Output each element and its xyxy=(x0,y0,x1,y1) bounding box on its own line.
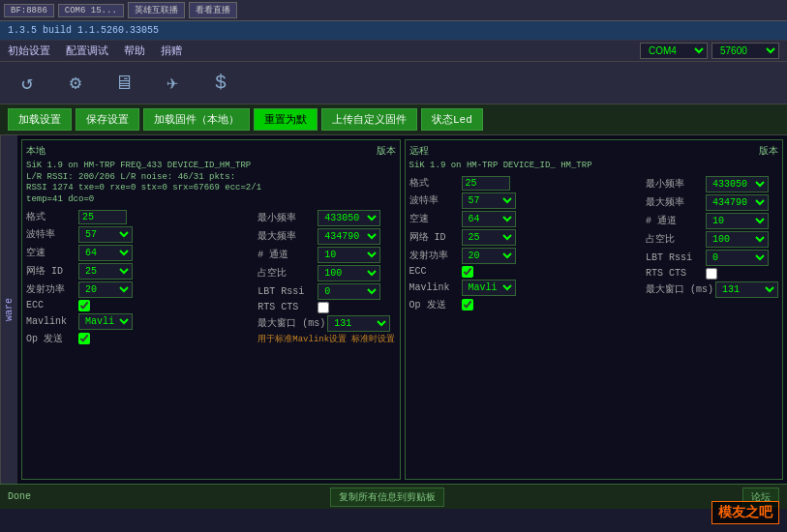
local-channels-select[interactable]: 10 xyxy=(318,247,380,263)
remote-channels-select[interactable]: 10 xyxy=(706,213,769,229)
local-airspeed-label: 空速 xyxy=(26,246,76,259)
local-maxwin-label: 最大窗口 (ms) xyxy=(257,316,325,330)
remote-maxwin-label: 最大窗口 (ms) xyxy=(646,282,713,296)
remote-dutycycle-label: 占空比 xyxy=(646,232,704,246)
remote-dutycycle-select[interactable]: 100 xyxy=(706,231,769,248)
remote-opresend-label: Op 发送 xyxy=(409,298,460,311)
menu-donate[interactable]: 捐赠 xyxy=(161,44,182,58)
menubar: 初始设置 配置调试 帮助 捐赠 COM4 57600 xyxy=(0,41,787,62)
local-txpower-select[interactable]: 20 xyxy=(78,281,133,298)
remote-info-line1: SiK 1.9 on HM-TRP DEVICE_ID_ HM_TRP xyxy=(409,161,779,172)
local-panel: 本地 版本 SiK 1.9 on HM-TRP FREQ_433 DEVICE_… xyxy=(21,139,401,480)
local-minfreq-select[interactable]: 433050 xyxy=(318,210,380,226)
local-info-line3: RSSI 1274 txe=0 rxe=0 stx=0 srx=67669 ec… xyxy=(26,183,396,194)
remote-txpower-select[interactable]: 20 xyxy=(462,248,516,264)
local-title: 本地 xyxy=(26,144,45,158)
local-airspeed-select[interactable]: 64 xyxy=(78,245,133,261)
watermark-text: 模友之吧 xyxy=(718,505,772,520)
local-mode-label: 格式 xyxy=(26,210,76,223)
remote-opresend-checkbox[interactable] xyxy=(462,299,473,310)
local-rtscts-label: RTS CTS xyxy=(257,302,316,312)
local-subtitle: 版本 xyxy=(377,144,396,158)
remote-txpower-label: 发射功率 xyxy=(409,249,460,262)
local-dutycycle-select[interactable]: 100 xyxy=(318,265,380,281)
taskbar-item-hero[interactable]: 英雄互联播 xyxy=(128,2,185,18)
reset-icon[interactable]: ↺ xyxy=(12,68,43,99)
local-txpower-label: 发射功率 xyxy=(26,282,76,296)
config-panel: 本地 版本 SiK 1.9 on HM-TRP FREQ_433 DEVICE_… xyxy=(17,135,787,484)
remote-rtscts-checkbox[interactable] xyxy=(706,268,717,280)
local-netid-select[interactable]: 25 xyxy=(78,263,133,280)
local-mavlink-select[interactable]: Mavlink xyxy=(78,313,133,330)
reset-default-button[interactable]: 重置为默 xyxy=(254,108,318,131)
remote-baud-select[interactable]: 57 xyxy=(462,192,516,209)
local-mode-input[interactable] xyxy=(78,210,127,224)
local-info-line2: L/R RSSI: 200/206 L/R noise: 46/31 pkts: xyxy=(26,172,396,184)
remote-maxfreq-label: 最大频率 xyxy=(646,195,704,209)
menu-initial-setup[interactable]: 初始设置 xyxy=(8,44,50,58)
remote-rtscts-label: RTS CTS xyxy=(646,268,704,279)
currency-icon[interactable]: $ xyxy=(205,68,236,99)
settings-icon[interactable]: ⚙ xyxy=(60,68,91,99)
local-maxfreq-label: 最大频率 xyxy=(257,229,316,243)
remote-ecc-label: ECC xyxy=(409,266,460,277)
remote-lbt-select[interactable]: 0 xyxy=(706,250,769,266)
copy-info-button[interactable]: 复制所有信息到剪贴板 xyxy=(330,488,444,507)
remote-netid-label: 网络 ID xyxy=(409,230,460,244)
local-channels-label: # 通道 xyxy=(257,248,316,261)
remote-maxfreq-select[interactable]: 434790 xyxy=(706,194,769,211)
local-info-line1: SiK 1.9 on HM-TRP FREQ_433 DEVICE_ID_HM_… xyxy=(26,161,396,172)
remote-airspeed-select[interactable]: 64 xyxy=(462,211,516,227)
local-opresend-checkbox[interactable] xyxy=(78,333,90,344)
local-minfreq-label: 最小频率 xyxy=(257,211,316,224)
local-opresend-label: Op 发送 xyxy=(26,332,76,345)
local-ecc-label: ECC xyxy=(26,300,76,310)
remote-netid-select[interactable]: 25 xyxy=(462,229,516,246)
status-bar: Done 复制所有信息到剪贴板 论坛 xyxy=(0,484,787,509)
remote-subtitle: 版本 xyxy=(759,144,778,158)
menu-config-debug[interactable]: 配置调试 xyxy=(66,44,108,58)
remote-channels-label: # 通道 xyxy=(646,214,704,227)
remote-ecc-checkbox[interactable] xyxy=(462,266,473,278)
remote-minfreq-label: 最小频率 xyxy=(646,177,704,191)
menu-help[interactable]: 帮助 xyxy=(124,44,145,58)
local-baud-label: 波特率 xyxy=(26,227,76,241)
main-content: ware 本地 版本 SiK 1.9 on HM-TRP FREQ_433 DE… xyxy=(0,135,787,484)
titlebar: 1.3.5 build 1.1.5260.33055 xyxy=(0,21,787,41)
remote-title: 远程 xyxy=(409,144,429,158)
taskbar-item-bf[interactable]: BF:8886 xyxy=(4,4,54,17)
local-note: 用于标准Mavlink设置 标准时设置 xyxy=(257,335,395,346)
remote-mavlink-select[interactable]: Mavlink xyxy=(462,280,516,296)
status-text: Done xyxy=(8,491,31,502)
local-lbt-label: LBT Rssi xyxy=(257,286,316,297)
side-label-ware: ware xyxy=(0,135,17,484)
taskbar-item-com[interactable]: COM6 15... xyxy=(58,4,124,17)
local-ecc-checkbox[interactable] xyxy=(78,300,90,311)
icon-toolbar: ↺ ⚙ 🖥 ✈ $ xyxy=(0,62,787,104)
port-select[interactable]: COM4 xyxy=(640,43,708,59)
status-led-button[interactable]: 状态Led xyxy=(421,108,483,131)
local-lbt-select[interactable]: 0 xyxy=(318,283,380,300)
upload-firmware-button[interactable]: 上传自定义固件 xyxy=(321,108,417,131)
load-firmware-button[interactable]: 加载固件（本地） xyxy=(143,108,250,131)
remote-info: SiK 1.9 on HM-TRP DEVICE_ID_ HM_TRP xyxy=(409,161,779,172)
local-info-line4: temp=41 dco=0 xyxy=(26,194,396,206)
baud-select[interactable]: 57600 xyxy=(711,43,779,59)
remote-minfreq-select[interactable]: 433050 xyxy=(706,176,769,192)
local-info: SiK 1.9 on HM-TRP FREQ_433 DEVICE_ID_HM_… xyxy=(26,161,396,206)
local-maxfreq-select[interactable]: 434790 xyxy=(318,228,380,245)
save-settings-button[interactable]: 保存设置 xyxy=(76,108,139,131)
load-settings-button[interactable]: 加载设置 xyxy=(8,108,72,131)
local-maxwin-select[interactable]: 131 xyxy=(327,315,390,332)
local-rtscts-checkbox[interactable] xyxy=(318,302,329,313)
remote-mode-input[interactable] xyxy=(462,176,510,191)
watermark: 模友之吧 xyxy=(711,501,779,524)
monitor-icon[interactable]: 🖥 xyxy=(108,68,139,99)
remote-maxwin-select[interactable]: 131 xyxy=(715,281,778,298)
local-netid-label: 网络 ID xyxy=(26,264,76,278)
remote-lbt-label: LBT Rssi xyxy=(646,252,704,263)
local-baud-select[interactable]: 57 xyxy=(78,226,133,243)
taskbar-item-watch[interactable]: 看看直播 xyxy=(189,2,237,18)
plane-icon[interactable]: ✈ xyxy=(157,68,188,99)
remote-mavlink-label: Mavlink xyxy=(409,282,460,293)
